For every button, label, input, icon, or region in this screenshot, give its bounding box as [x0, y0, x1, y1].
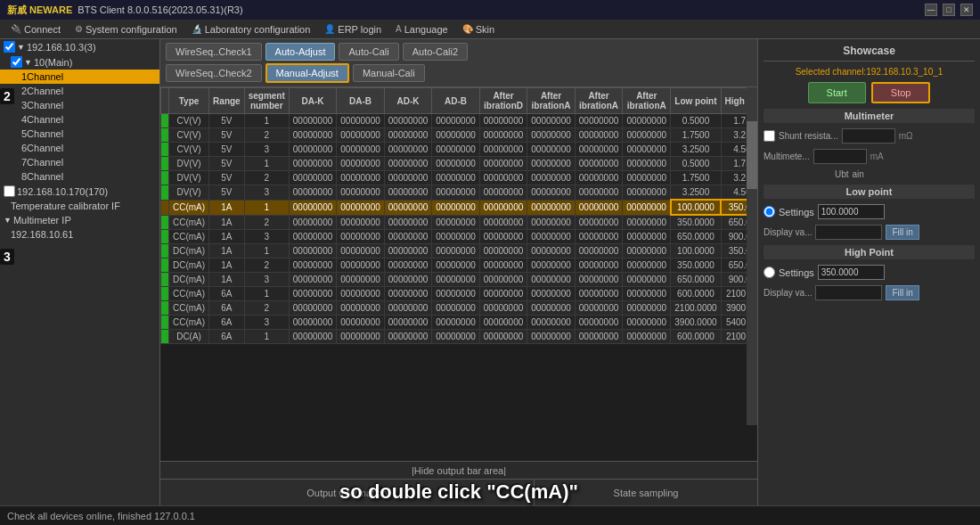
cell-range: 6A: [209, 301, 245, 316]
menu-system-config[interactable]: ⚙ System configuration: [68, 22, 184, 37]
shunt-resistor-input[interactable]: [842, 128, 895, 144]
sidebar-item-multimeter-ip[interactable]: ▼ Multimeter IP: [0, 213, 159, 227]
sidebar-item-10main[interactable]: ▼ 10(Main): [0, 54, 159, 70]
high-settings-radio[interactable]: [764, 267, 775, 278]
table-row[interactable]: CC(mA)6A10000000000000000000000000000000…: [161, 287, 758, 301]
sidebar-item-1channel[interactable]: 1Channel: [0, 70, 159, 84]
cell-type: CV(V): [169, 128, 209, 143]
table-row[interactable]: DC(mA)1A10000000000000000000000000000000…: [161, 244, 758, 258]
col-ai1[interactable]: AfteribrationD: [479, 88, 527, 114]
sidebar-item-3channel[interactable]: 3Channel: [0, 98, 159, 112]
low-display-row: Display va... Fill in: [764, 225, 975, 240]
sidebar-item-8channel[interactable]: 8Channel: [0, 169, 159, 184]
multimeter-input[interactable]: [813, 149, 867, 164]
output-bar[interactable]: |Hide output bar area|: [160, 461, 757, 479]
col-type[interactable]: Type: [169, 88, 209, 114]
shunt-resistor-checkbox[interactable]: [764, 130, 775, 142]
maximize-button[interactable]: □: [943, 4, 955, 16]
low-settings-input[interactable]: [818, 204, 885, 219]
manual-cali-button[interactable]: Manual-Cali: [353, 64, 425, 82]
table-row[interactable]: CC(mA)6A20000000000000000000000000000000…: [161, 301, 758, 316]
col-dab[interactable]: DA-B: [337, 88, 385, 114]
menu-connect[interactable]: 🔌 Connect: [4, 22, 68, 37]
cell-ai3: 00000000: [575, 287, 623, 301]
close-button[interactable]: ✕: [960, 4, 973, 16]
sidebar-item-7channel[interactable]: 7Channel: [0, 155, 159, 169]
cell-seg: 1: [244, 114, 289, 128]
high-display-input[interactable]: [815, 285, 882, 300]
cell-dab: 00000000: [337, 230, 385, 244]
col-adk[interactable]: AD-K: [384, 88, 432, 114]
col-adb[interactable]: AD-B: [432, 88, 480, 114]
minimize-button[interactable]: —: [925, 4, 937, 16]
menu-language[interactable]: A Language: [388, 22, 455, 37]
high-fill-button[interactable]: Fill in: [886, 285, 919, 300]
high-settings-input[interactable]: [818, 265, 885, 280]
table-row[interactable]: CV(V)5V300000000000000000000000000000000…: [161, 143, 758, 157]
cell-ai2: 00000000: [527, 157, 576, 171]
sidebar-item-4channel[interactable]: 4Channel: [0, 112, 159, 127]
sidebar-checkbox-192-168-10-3[interactable]: [4, 41, 15, 53]
sidebar-item-192-168-10-170[interactable]: 192.168.10.170(170): [0, 184, 159, 199]
cell-ai1: 00000000: [479, 330, 527, 344]
cell-ai1: 00000000: [479, 157, 527, 171]
table-row[interactable]: DC(mA)1A30000000000000000000000000000000…: [161, 273, 758, 287]
table-area[interactable]: Type Range segmentnumber DA-K DA-B AD-K …: [160, 87, 757, 461]
sidebar-checkbox-192-168-10-170[interactable]: [4, 185, 15, 197]
cell-range: 6A: [209, 287, 245, 301]
cell-range: 1A: [209, 258, 245, 273]
sidebar-item-6channel[interactable]: 6Channel: [0, 141, 159, 155]
cell-low: 0.5000: [671, 157, 721, 171]
cell-ai2: 00000000: [527, 143, 576, 157]
col-low[interactable]: Low point: [671, 88, 721, 114]
table-row[interactable]: CC(mA)1A30000000000000000000000000000000…: [161, 230, 758, 244]
cell-seg: 1: [244, 200, 289, 215]
menu-lab-config[interactable]: 🔬 Laboratory configuration: [184, 22, 318, 37]
auto-cali2-button[interactable]: Auto-Cali2: [403, 43, 468, 61]
cell-dab: 00000000: [337, 200, 385, 215]
low-settings-radio[interactable]: [764, 206, 775, 217]
low-fill-button[interactable]: Fill in: [886, 225, 919, 240]
col-dak[interactable]: DA-K: [289, 88, 337, 114]
col-seg[interactable]: segmentnumber: [244, 88, 289, 114]
table-row[interactable]: CV(V)5V200000000000000000000000000000000…: [161, 128, 758, 143]
table-row[interactable]: CC(mA)1A10000000000000000000000000000000…: [161, 200, 758, 215]
auto-adjust-button[interactable]: Auto-Adjust: [265, 43, 336, 61]
menu-skin[interactable]: 🎨 Skin: [455, 22, 502, 37]
table-row[interactable]: CC(mA)6A30000000000000000000000000000000…: [161, 316, 758, 330]
row-marker: [161, 215, 169, 230]
wireseq-check1-button[interactable]: WireSeq..Check1: [166, 43, 262, 61]
bottom-bars: Output information State sampling: [160, 479, 757, 505]
table-row[interactable]: DV(V)5V200000000000000000000000000000000…: [161, 171, 758, 185]
cell-adb: 00000000: [432, 301, 480, 316]
manual-adjust-button[interactable]: Manual-Adjust: [265, 63, 349, 83]
sidebar-item-2channel[interactable]: 2Channel: [0, 84, 159, 98]
auto-cali-button[interactable]: Auto-Cali: [339, 43, 398, 61]
col-ai3[interactable]: AfteribrationA: [575, 88, 623, 114]
sidebar-item-temp-cal[interactable]: Temperature calibrator IF: [0, 199, 159, 213]
stop-button[interactable]: Stop: [871, 82, 931, 103]
table-row[interactable]: CV(V)5V100000000000000000000000000000000…: [161, 114, 758, 128]
col-range[interactable]: Range: [209, 88, 245, 114]
table-row[interactable]: DV(V)5V100000000000000000000000000000000…: [161, 157, 758, 171]
sidebar-item-192-168-10-3[interactable]: ▼ 192.168.10.3(3): [0, 39, 159, 54]
sidebar-checkbox-10main[interactable]: [11, 56, 22, 68]
sidebar-item-5channel[interactable]: 5Channel: [0, 127, 159, 141]
cell-dab: 00000000: [337, 330, 385, 344]
cell-adk: 00000000: [384, 273, 432, 287]
start-button[interactable]: Start: [808, 82, 866, 103]
menu-erp-login[interactable]: 👤 ERP login: [317, 22, 388, 37]
app-logo: 新威 NEWARE: [7, 4, 72, 17]
table-row[interactable]: DC(mA)1A20000000000000000000000000000000…: [161, 258, 758, 273]
col-ai2[interactable]: AfteribrationA: [527, 88, 576, 114]
table-row[interactable]: CC(mA)1A20000000000000000000000000000000…: [161, 215, 758, 230]
col-ai4[interactable]: AfteribrationA: [623, 88, 671, 114]
cell-ai3: 00000000: [575, 230, 623, 244]
wireseq-check2-button[interactable]: WireSeq..Check2: [166, 64, 262, 82]
sidebar-item-192-168-10-61[interactable]: 192.168.10.61: [0, 227, 159, 242]
low-display-input[interactable]: [815, 225, 882, 240]
system-config-icon: ⚙: [75, 24, 83, 34]
cell-ai1: 00000000: [479, 258, 527, 273]
table-row[interactable]: DC(A)6A100000000000000000000000000000000…: [161, 330, 758, 344]
table-row[interactable]: DV(V)5V300000000000000000000000000000000…: [161, 185, 758, 201]
